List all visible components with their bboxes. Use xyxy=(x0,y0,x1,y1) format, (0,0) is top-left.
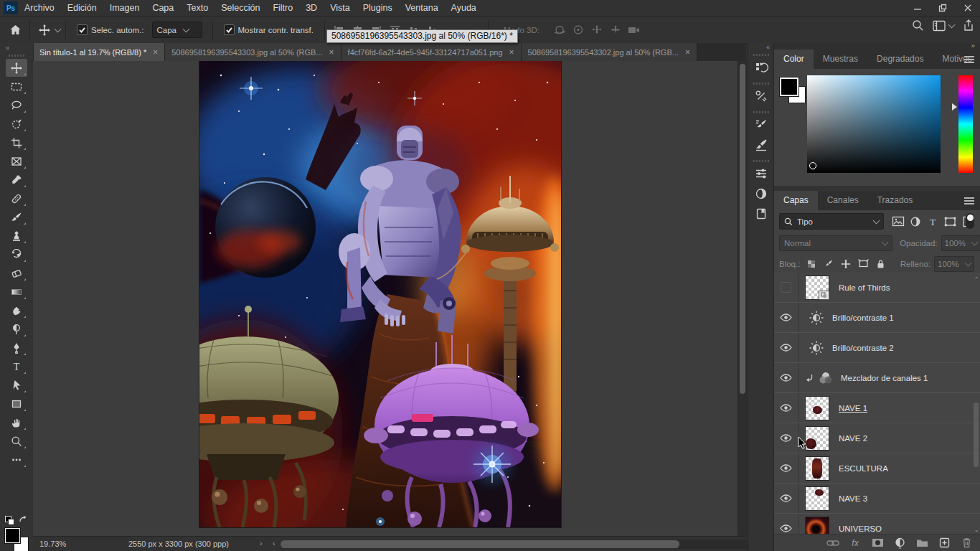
layer-mask-icon[interactable] xyxy=(870,537,885,550)
move-tool-options-icon[interactable] xyxy=(35,22,54,39)
eraser-tool[interactable] xyxy=(6,264,27,282)
tab-muestras[interactable]: Muestras xyxy=(814,50,867,69)
dock-grip[interactable] xyxy=(753,83,769,85)
crop-tool[interactable] xyxy=(6,133,27,151)
menu-texto[interactable]: Texto xyxy=(180,0,215,16)
link-layers-icon[interactable] xyxy=(826,537,840,550)
panel-menu-icon[interactable] xyxy=(964,56,974,65)
toolbar-expand-icon[interactable]: » xyxy=(0,43,33,53)
menu-imagen[interactable]: Imagen xyxy=(103,0,146,16)
close-icon[interactable] xyxy=(955,0,980,16)
layer-thumbnail[interactable] xyxy=(805,396,829,420)
layer-name[interactable]: Brillo/contraste 1 xyxy=(832,314,894,322)
visibility-toggle[interactable] xyxy=(774,333,798,362)
rectangular-marquee-tool[interactable] xyxy=(6,77,27,95)
type-filter-icon[interactable]: T xyxy=(924,214,941,230)
menu-filtro[interactable]: Filtro xyxy=(266,0,299,16)
3d-roll-icon[interactable] xyxy=(569,22,588,39)
3d-orbit-icon[interactable] xyxy=(550,22,569,39)
layer-name[interactable]: Rule of Thirds xyxy=(839,283,890,292)
menu-plugins[interactable]: Plugins xyxy=(357,0,399,16)
rectangle-tool[interactable] xyxy=(6,395,27,413)
layer-name[interactable]: NAVE 2 xyxy=(839,434,867,443)
menu-seleccion[interactable]: Selección xyxy=(215,0,266,16)
tab-degradados[interactable]: Degradados xyxy=(867,50,933,69)
tab-close-icon[interactable]: × xyxy=(329,47,334,57)
toolbar-grip[interactable] xyxy=(9,55,24,57)
document-tab[interactable]: f4cf76fd-6a2f-4de5-945f-33124717a051.png… xyxy=(341,43,522,61)
panel-menu-icon[interactable] xyxy=(964,197,974,206)
color-field-cursor[interactable] xyxy=(809,162,816,169)
show-transform-checkbox[interactable] xyxy=(224,24,235,35)
dock-grip[interactable] xyxy=(753,54,769,56)
scrollbar-thumb[interactable] xyxy=(281,540,679,548)
layer-row-nave-3[interactable]: NAVE 3 xyxy=(774,484,980,514)
hue-slider-marker[interactable] xyxy=(952,103,957,110)
filter-toggle[interactable] xyxy=(966,213,974,229)
dock-grip[interactable] xyxy=(753,111,769,113)
layer-filter-dropdown[interactable]: Tipo xyxy=(779,213,884,230)
3d-pan-icon[interactable] xyxy=(588,22,606,39)
adjustment-layer-icon[interactable] xyxy=(892,537,907,550)
panel-collapse-icon[interactable]: » xyxy=(971,42,975,50)
layer-name[interactable]: Brillo/contraste 2 xyxy=(832,344,894,352)
canvas-area[interactable] xyxy=(33,61,738,536)
lock-pixels-icon[interactable] xyxy=(820,256,837,272)
edit-toolbar-icon[interactable] xyxy=(6,451,27,468)
history-panel-icon[interactable] xyxy=(751,58,771,77)
brush-settings-icon[interactable] xyxy=(751,116,771,134)
menu-ayuda[interactable]: Ayuda xyxy=(445,0,483,16)
layer-styles-icon[interactable]: fx xyxy=(848,537,862,550)
tab-close-icon[interactable]: × xyxy=(509,47,514,57)
scroll-down-icon[interactable]: ⌄ xyxy=(974,527,979,533)
visibility-toggle[interactable] xyxy=(774,514,798,534)
shape-filter-icon[interactable] xyxy=(941,214,958,230)
smudge-tool[interactable] xyxy=(6,301,27,319)
menu-3d[interactable]: 3D xyxy=(299,0,324,16)
document-tab[interactable]: 5086958196395543302.jpg al 50% (RGB... × xyxy=(522,43,697,61)
menu-vista[interactable]: Vista xyxy=(324,0,357,16)
layer-thumbnail[interactable] xyxy=(805,456,829,481)
tab-canales[interactable]: Canales xyxy=(818,191,868,210)
color-field[interactable] xyxy=(807,75,941,173)
layer-name[interactable]: NAVE 3 xyxy=(839,494,867,503)
layer-group-icon[interactable] xyxy=(915,537,929,550)
visibility-toggle[interactable] xyxy=(774,273,798,302)
history-brush-tool[interactable] xyxy=(6,245,27,263)
color-swatches[interactable] xyxy=(780,77,807,105)
properties-icon[interactable] xyxy=(751,164,771,183)
swap-colors-icon[interactable] xyxy=(4,515,29,525)
visibility-toggle[interactable] xyxy=(774,484,798,513)
scroll-up-icon[interactable]: ⌃ xyxy=(974,277,979,283)
lock-transparency-icon[interactable] xyxy=(803,256,820,272)
adjustment-filter-icon[interactable] xyxy=(907,214,924,230)
layer-row-mezclador-de-canales[interactable]: Mezclador de canales 1 xyxy=(774,363,980,393)
lock-artboard-icon[interactable] xyxy=(854,256,872,272)
share-icon[interactable] xyxy=(963,19,974,32)
new-layer-icon[interactable] xyxy=(937,537,951,550)
layer-thumbnail[interactable] xyxy=(805,276,829,300)
delete-layer-icon[interactable] xyxy=(959,537,974,550)
canvas-document[interactable] xyxy=(199,61,561,527)
layers-scrollbar[interactable]: ⌃ ⌄ xyxy=(973,277,980,533)
search-icon[interactable] xyxy=(912,19,924,32)
layer-thumbnail[interactable] xyxy=(805,426,829,451)
layer-row-universo[interactable]: UNIVERSO xyxy=(774,514,980,534)
visibility-toggle[interactable] xyxy=(774,363,798,392)
channel-mixer-icon[interactable] xyxy=(816,369,835,387)
healing-brush-tool[interactable] xyxy=(6,189,27,207)
opacity-value[interactable]: 100% xyxy=(941,235,980,251)
foreground-color-swatch[interactable] xyxy=(780,77,798,96)
fill-value[interactable]: 100% xyxy=(934,256,974,272)
scrollbar-thumb[interactable] xyxy=(974,402,979,467)
brush-tool[interactable] xyxy=(6,208,27,226)
dodge-tool[interactable] xyxy=(6,320,27,338)
gradient-tool[interactable] xyxy=(6,283,27,301)
lock-all-icon[interactable] xyxy=(872,256,889,272)
visibility-toggle[interactable] xyxy=(774,453,798,483)
restore-icon[interactable] xyxy=(930,0,955,16)
layer-row-rule-of-thirds[interactable]: Rule of Thirds xyxy=(774,273,980,303)
workspace-switcher-icon[interactable] xyxy=(933,20,954,32)
foreground-color-swatch[interactable] xyxy=(5,528,20,543)
3d-camera-icon[interactable] xyxy=(625,22,644,39)
